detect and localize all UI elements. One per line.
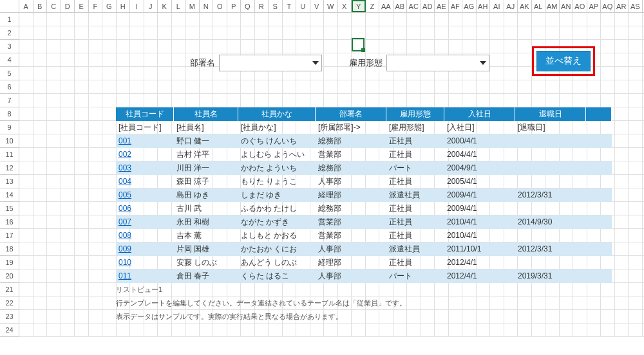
table-cell[interactable]: 004 xyxy=(116,175,174,188)
row-header-15[interactable]: 15 xyxy=(0,202,19,215)
col-header-AL[interactable]: AL xyxy=(532,0,546,12)
footnote-line: リストビュー1 xyxy=(116,283,406,296)
col-header-AN[interactable]: AN xyxy=(560,0,574,12)
row-header-21[interactable]: 21 xyxy=(0,283,19,296)
row-header-19[interactable]: 19 xyxy=(0,256,19,269)
row-header-22[interactable]: 22 xyxy=(0,296,19,310)
table-cell: [入社日] xyxy=(444,121,515,134)
sort-button[interactable]: 並べ替え xyxy=(536,51,591,71)
table-cell[interactable]: 011 xyxy=(116,269,174,283)
col-header-AA[interactable]: AA xyxy=(379,0,393,12)
col-header-AM[interactable]: AM xyxy=(545,0,560,12)
emptype-combo[interactable] xyxy=(386,55,489,71)
col-header-AB[interactable]: AB xyxy=(393,0,408,12)
table-cell xyxy=(515,256,586,269)
row-header-24[interactable]: 24 xyxy=(0,323,19,337)
table-cell: 派遣社員 xyxy=(386,242,444,256)
table-cell[interactable]: 003 xyxy=(116,161,174,175)
col-header-AS[interactable]: AS xyxy=(629,0,643,12)
table-cell[interactable]: 002 xyxy=(116,148,174,161)
row-header-13[interactable]: 13 xyxy=(0,175,19,188)
col-header-Z[interactable]: Z xyxy=(366,0,380,12)
col-header-R[interactable]: R xyxy=(255,0,269,12)
col-header-K[interactable]: K xyxy=(158,0,172,12)
row-header-2[interactable]: 2 xyxy=(0,26,19,40)
col-header-E[interactable]: E xyxy=(75,0,89,12)
row-header-9[interactable]: 9 xyxy=(0,121,19,134)
col-header-D[interactable]: D xyxy=(61,0,75,12)
row-header-10[interactable]: 10 xyxy=(0,134,19,148)
col-header-J[interactable]: J xyxy=(144,0,158,12)
col-header-V[interactable]: V xyxy=(310,0,325,12)
col-header-X[interactable]: X xyxy=(338,0,352,12)
col-header-AG[interactable]: AG xyxy=(462,0,477,12)
col-header-I[interactable]: I xyxy=(130,0,144,12)
col-header-AI[interactable]: AI xyxy=(490,0,504,12)
col-header-H[interactable]: H xyxy=(117,0,131,12)
col-header-A[interactable]: A xyxy=(19,0,33,12)
col-header-AC[interactable]: AC xyxy=(407,0,421,12)
dept-combo[interactable] xyxy=(219,55,322,71)
col-header-U[interactable]: U xyxy=(296,0,310,12)
table-cell xyxy=(586,121,612,134)
col-header-P[interactable]: P xyxy=(227,0,242,12)
row-header-3[interactable]: 3 xyxy=(0,40,19,53)
table-cell: 正社員 xyxy=(386,148,444,161)
col-header-N[interactable]: N xyxy=(200,0,214,12)
col-header-AJ[interactable]: AJ xyxy=(504,0,518,12)
emptype-label: 雇用形態 xyxy=(341,57,386,69)
column-headers: ABCDEFGHIJKLMNOPQRSTUVWXYZAAABACADAEAFAG… xyxy=(0,0,644,13)
table-cell xyxy=(586,175,612,188)
col-header-AK[interactable]: AK xyxy=(518,0,532,12)
table-cell: 2005/4/1 xyxy=(444,175,515,188)
col-header-C[interactable]: C xyxy=(47,0,61,12)
table-cell[interactable]: 007 xyxy=(116,215,174,229)
col-header-AH[interactable]: AH xyxy=(477,0,491,12)
row-header-7[interactable]: 7 xyxy=(0,94,19,107)
footnotes: リストビュー1行テンプレートを編集してください。データ連結されているテーブル名は… xyxy=(116,283,406,323)
row-header-6[interactable]: 6 xyxy=(0,80,19,94)
col-header-Y[interactable]: Y xyxy=(352,0,366,12)
col-header-W[interactable]: W xyxy=(324,0,338,12)
row-header-11[interactable]: 11 xyxy=(0,148,19,161)
col-header-S[interactable]: S xyxy=(269,0,283,12)
col-header-G[interactable]: G xyxy=(102,0,117,12)
col-header-B[interactable]: B xyxy=(33,0,48,12)
row-header-23[interactable]: 23 xyxy=(0,310,19,323)
col-header-T[interactable]: T xyxy=(283,0,297,12)
col-header-M[interactable]: M xyxy=(185,0,200,12)
col-header-O[interactable]: O xyxy=(213,0,227,12)
row-header-16[interactable]: 16 xyxy=(0,215,19,229)
row-header-1[interactable]: 1 xyxy=(0,13,19,26)
table-cell xyxy=(515,134,586,148)
col-header-F[interactable]: F xyxy=(89,0,103,12)
table-cell: 営業部 xyxy=(316,229,386,242)
col-header-AQ[interactable]: AQ xyxy=(601,0,615,12)
row-header-4[interactable]: 4 xyxy=(0,53,19,67)
select-all-corner[interactable] xyxy=(0,0,19,12)
table-cell[interactable]: 009 xyxy=(116,242,174,256)
row-header-18[interactable]: 18 xyxy=(0,242,19,256)
row-header-12[interactable]: 12 xyxy=(0,161,19,175)
table-cell: ふるかわ たけし xyxy=(238,202,316,215)
col-header-AR[interactable]: AR xyxy=(615,0,629,12)
col-header-Q[interactable]: Q xyxy=(241,0,255,12)
col-header-AE[interactable]: AE xyxy=(435,0,449,12)
table-cell[interactable]: 001 xyxy=(116,134,174,148)
col-header-AF[interactable]: AF xyxy=(449,0,463,12)
col-header-AD[interactable]: AD xyxy=(421,0,435,12)
table-cell[interactable]: 005 xyxy=(116,188,174,202)
table-header-cell: 雇用形態 xyxy=(386,107,444,121)
table-cell: 総務部 xyxy=(316,202,386,215)
row-header-5[interactable]: 5 xyxy=(0,67,19,80)
row-header-17[interactable]: 17 xyxy=(0,229,19,242)
row-header-14[interactable]: 14 xyxy=(0,188,19,202)
row-header-20[interactable]: 20 xyxy=(0,269,19,283)
table-cell[interactable]: 010 xyxy=(116,256,174,269)
table-cell[interactable]: 006 xyxy=(116,202,174,215)
row-header-8[interactable]: 8 xyxy=(0,107,19,121)
col-header-L[interactable]: L xyxy=(172,0,186,12)
table-cell[interactable]: 008 xyxy=(116,229,174,242)
col-header-AO[interactable]: AO xyxy=(573,0,587,12)
col-header-AP[interactable]: AP xyxy=(587,0,601,12)
